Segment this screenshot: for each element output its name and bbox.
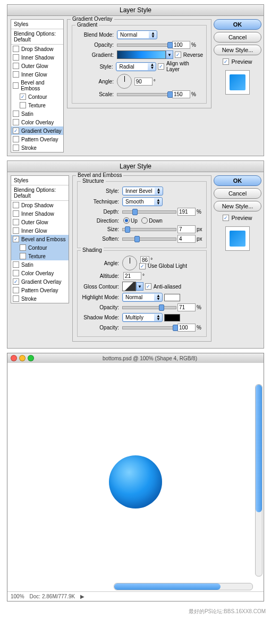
technique-select[interactable]: Smooth▲▼ — [122, 197, 163, 206]
cancel-button[interactable]: Cancel — [214, 32, 261, 43]
layer-style-dialog-gradient: Layer Style Styles Blending Options: Def… — [7, 4, 264, 156]
styles-list: Styles Blending Options: Default Drop Sh… — [11, 175, 69, 303]
doc-info: Doc: 2.86M/777.9K — [30, 594, 75, 599]
style-satin[interactable]: Satin — [11, 109, 63, 118]
align-checkbox[interactable] — [158, 63, 164, 70]
layer-style-dialog-bevel: Layer Style Styles Blending Options: Def… — [7, 160, 264, 349]
chevron-updown-icon: ▲▼ — [150, 32, 156, 38]
blend-mode-select[interactable]: Normal▲▼ — [117, 30, 157, 39]
status-bar: 100% Doc: 2.86M/777.9K ▶ — [7, 591, 264, 601]
preview-swatch — [225, 70, 250, 95]
style-bevel-emboss[interactable]: Bevel and Emboss — [11, 79, 63, 92]
gradient-picker[interactable] — [117, 50, 166, 59]
style-pattern-overlay[interactable]: Pattern Overlay — [11, 286, 69, 294]
shadow-opacity-input[interactable]: 100 — [177, 324, 196, 332]
style-stroke[interactable]: Stroke — [11, 143, 63, 152]
highlight-opacity-input[interactable]: 71 — [177, 303, 196, 311]
highlight-color[interactable] — [164, 294, 180, 301]
style-drop-shadow[interactable]: Drop Shadow — [11, 201, 69, 209]
style-inner-shadow[interactable]: Inner Shadow — [11, 209, 69, 218]
style-color-overlay[interactable]: Color Overlay — [11, 118, 63, 126]
style-pattern-overlay[interactable]: Pattern Overlay — [11, 135, 63, 143]
canvas-area[interactable] — [7, 363, 264, 591]
zoom-icon[interactable] — [28, 355, 34, 361]
gloss-contour-picker[interactable] — [122, 282, 136, 291]
shadow-opacity-slider[interactable] — [122, 326, 176, 329]
antialiased-checkbox[interactable] — [145, 283, 151, 290]
reverse-checkbox[interactable] — [175, 52, 181, 58]
minimize-icon[interactable] — [19, 355, 26, 361]
size-input[interactable]: 7 — [177, 225, 196, 233]
chevron-down-icon[interactable]: ▼ — [166, 50, 173, 59]
style-inner-glow[interactable]: Inner Glow — [11, 70, 63, 79]
styles-header[interactable]: Styles — [11, 176, 69, 185]
angle-dial[interactable] — [117, 74, 132, 89]
style-stroke[interactable]: Stroke — [11, 294, 69, 303]
document-window: bottoms.psd @ 100% (Shape 4, RGB/8) 100%… — [7, 353, 264, 601]
shading-angle-dial[interactable] — [122, 256, 137, 270]
close-icon[interactable] — [11, 355, 17, 361]
style-outer-glow[interactable]: Outer Glow — [11, 218, 69, 226]
document-title: bottoms.psd @ 100% (Shape 4, RGB/8) — [39, 355, 260, 361]
highlight-opacity-slider[interactable] — [122, 306, 176, 309]
style-contour[interactable]: Contour — [11, 92, 63, 101]
global-light-checkbox[interactable] — [139, 263, 146, 269]
new-style-button[interactable]: New Style... — [214, 201, 261, 211]
styles-header[interactable]: Styles — [11, 20, 63, 29]
soften-slider[interactable] — [122, 238, 176, 241]
depth-input[interactable]: 191 — [177, 208, 196, 216]
dialog-title: Layer Style — [7, 161, 264, 172]
watermark-text: 最好的PS论坛:BBS.16XX8.COM — [0, 606, 271, 617]
opacity-slider[interactable] — [117, 44, 171, 47]
style-inner-shadow[interactable]: Inner Shadow — [11, 53, 63, 62]
depth-slider[interactable] — [122, 210, 176, 214]
size-slider[interactable] — [122, 228, 176, 231]
window-titlebar[interactable]: bottoms.psd @ 100% (Shape 4, RGB/8) — [7, 353, 264, 363]
direction-up-radio[interactable] — [123, 217, 130, 224]
preview-checkbox[interactable] — [223, 58, 229, 65]
shadow-mode-select[interactable]: Multiply▲▼ — [122, 313, 163, 322]
cancel-button[interactable]: Cancel — [214, 188, 261, 199]
styles-list: Styles Blending Options: Default Drop Sh… — [11, 19, 64, 152]
soften-input[interactable]: 4 — [177, 235, 196, 243]
shape-sphere — [109, 455, 162, 509]
style-contour[interactable]: Contour — [11, 243, 69, 252]
style-gradient-overlay[interactable]: Gradient Overlay — [11, 277, 69, 286]
chevron-down-icon[interactable]: ▼ — [136, 282, 143, 291]
shadow-color[interactable] — [164, 314, 180, 321]
style-outer-glow[interactable]: Outer Glow — [11, 62, 63, 70]
style-drop-shadow[interactable]: Drop Shadow — [11, 45, 63, 53]
new-style-button[interactable]: New Style... — [214, 45, 261, 55]
altitude-input[interactable]: 21 — [123, 272, 141, 280]
gradient-style-select[interactable]: Radial▲▼ — [116, 62, 156, 71]
chevron-right-icon[interactable]: ▶ — [80, 594, 84, 599]
horizontal-scrollbar[interactable] — [114, 583, 253, 590]
bevel-emboss-group: Bevel and Emboss Structure Style: Inner … — [72, 175, 211, 342]
ok-button[interactable]: OK — [214, 19, 261, 30]
bevel-style-select[interactable]: Inner Bevel▲▼ — [122, 187, 163, 196]
style-bevel-emboss[interactable]: Bevel and Emboss — [11, 235, 69, 243]
ok-button[interactable]: OK — [214, 175, 261, 186]
vertical-scrollbar[interactable] — [255, 384, 262, 577]
style-texture[interactable]: Texture — [11, 252, 69, 260]
angle-input[interactable]: 90 — [134, 78, 153, 86]
zoom-level[interactable]: 100% — [11, 594, 24, 599]
blending-options[interactable]: Blending Options: Default — [11, 185, 69, 201]
scale-input[interactable]: 150 — [172, 90, 190, 98]
opacity-input[interactable]: 100 — [172, 41, 190, 49]
scale-slider[interactable] — [117, 93, 171, 96]
style-texture[interactable]: Texture — [11, 101, 63, 109]
style-gradient-overlay[interactable]: Gradient Overlay — [11, 126, 63, 135]
style-inner-glow[interactable]: Inner Glow — [11, 226, 69, 235]
direction-down-radio[interactable] — [141, 217, 148, 224]
preview-swatch — [225, 226, 250, 251]
style-satin[interactable]: Satin — [11, 260, 69, 269]
highlight-mode-select[interactable]: Normal▲▼ — [122, 293, 163, 302]
style-color-overlay[interactable]: Color Overlay — [11, 269, 69, 277]
blending-options[interactable]: Blending Options: Default — [11, 29, 63, 45]
preview-checkbox[interactable] — [223, 215, 229, 221]
dialog-title: Layer Style — [7, 5, 264, 16]
gradient-overlay-group: Gradient Overlay Gradient Blend Mode: No… — [67, 19, 211, 108]
